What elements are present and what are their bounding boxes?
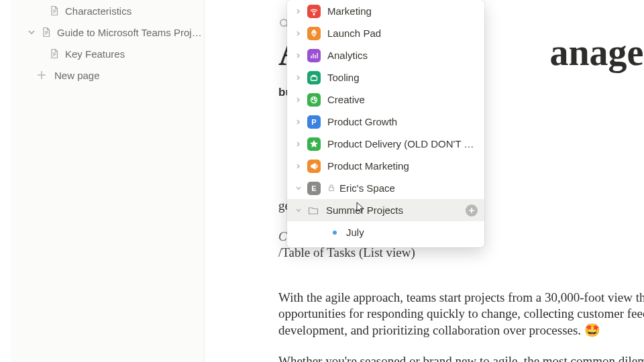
popup-item-eric-s-space[interactable]: EEric's Space [287,177,484,199]
sidebar-new-page[interactable]: New page [10,64,204,86]
chevron-right-icon[interactable] [292,227,305,239]
popup-item-label: July [346,227,480,238]
space-icon [307,137,321,151]
svg-rect-8 [329,187,334,190]
popup-item-label: Summer Projects [326,204,466,216]
popup-item-label: Eric's Space [339,182,480,194]
popup-item-product-delivery-old-don-t-use-[interactable]: Product Delivery (OLD DON'T USE) [287,133,484,155]
svg-point-2 [313,32,315,33]
add-icon[interactable] [466,204,478,217]
chevron-right-icon[interactable] [292,116,305,128]
space-icon [307,93,321,107]
space-icon [307,27,321,40]
sidebar: Characteristics Guide to Microsoft Teams… [10,0,205,362]
popup-item-tooling[interactable]: Tooling [287,66,484,88]
popup-item-product-growth[interactable]: PProduct Growth [287,111,484,133]
svg-point-7 [315,100,315,101]
popup-item-label: Product Marketing [327,160,480,172]
svg-point-6 [314,98,315,99]
sidebar-item-guide[interactable]: Guide to Microsoft Teams Project… [10,21,204,43]
popup-item-july[interactable]: July [287,221,484,243]
chevron-right-icon[interactable] [292,5,305,17]
sidebar-item-label: Key Features [65,48,204,60]
plus-icon [34,68,49,82]
popup-item-launch-pad[interactable]: Launch Pad [287,22,484,44]
popup-item-analytics[interactable]: Analytics [287,44,484,66]
table-of-tasks[interactable]: /Table of Tasks (List view) [278,245,644,260]
popup-item-label: Launch Pad [327,27,480,39]
popup-item-label: Marketing [327,5,480,17]
chevron-down-icon[interactable] [292,204,305,217]
space-icon [307,160,321,173]
space-icon: P [307,115,321,129]
space-picker-popup: MarketingLaunch PadAnalyticsToolingCreat… [287,0,484,247]
popup-item-marketing[interactable]: Marketing [287,0,484,22]
chevron-right-icon[interactable] [292,27,305,40]
popup-item-product-marketing[interactable]: Product Marketing [287,155,484,177]
body-paragraph-1: With the agile approach, teams start pro… [278,290,644,339]
chevron-down-icon[interactable] [25,25,38,39]
chevron-right-icon[interactable] [292,50,305,62]
popup-item-label: Creative [327,94,480,105]
sidebar-item-key-features[interactable]: Key Features [10,43,204,64]
page-icon [40,25,53,39]
body-paragraph-2: Whether you're seasoned or brand new to … [278,353,644,362]
chevron-down-icon[interactable] [292,182,305,194]
chevron-right-icon[interactable] [292,138,305,150]
chevron-right-icon[interactable] [292,72,305,84]
sidebar-item-characteristics[interactable]: Characteristics [10,0,204,21]
sidebar-item-label: Guide to Microsoft Teams Project… [57,27,204,38]
svg-point-1 [313,13,315,15]
svg-point-5 [312,99,313,99]
chevron-right-icon[interactable] [292,160,305,172]
popup-item-label: Product Growth [327,116,480,127]
lock-icon [327,184,337,193]
chevron-right-icon[interactable] [292,94,305,106]
space-icon [307,49,321,62]
page-icon [48,47,61,60]
popup-item-label: Analytics [327,50,480,61]
svg-point-0 [280,19,287,26]
svg-point-4 [311,97,317,103]
popup-item-label: Tooling [327,72,480,83]
bullet-icon [333,231,337,235]
space-icon [307,71,321,84]
sidebar-item-label: Characteristics [65,5,204,17]
space-icon: E [307,182,321,195]
popup-item-label: Product Delivery (OLD DON'T USE) [327,138,480,149]
sidebar-new-page-label: New page [54,70,204,81]
folder-icon [307,206,319,215]
popup-item-creative[interactable]: Creative [287,88,484,111]
space-icon [307,5,321,18]
popup-item-summer-projects[interactable]: Summer Projects [287,199,484,221]
svg-rect-3 [311,76,317,80]
page-icon [48,4,61,17]
